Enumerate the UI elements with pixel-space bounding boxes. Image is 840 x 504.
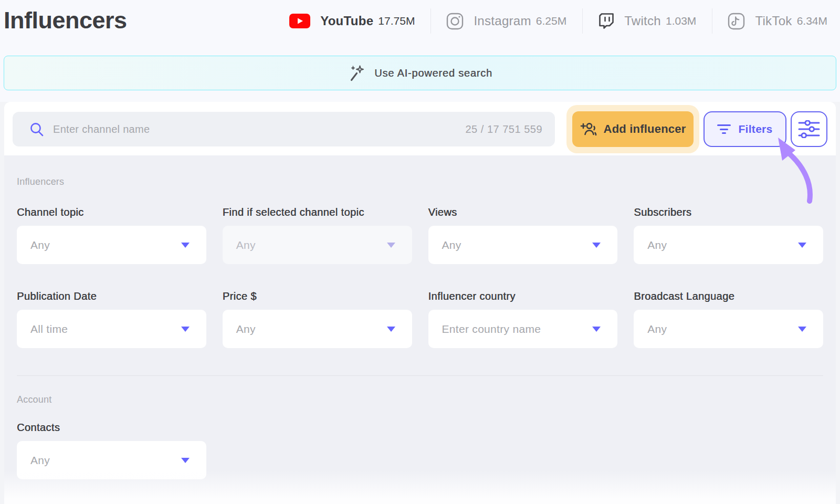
youtube-icon <box>289 14 310 28</box>
top-section: Influencers YouTube17.75MInstagram6.25MT… <box>0 0 840 102</box>
filter-select-contacts[interactable]: Any <box>17 441 206 479</box>
filter-label-broadcast-language: Broadcast Language <box>634 290 823 302</box>
filters-label: Filters <box>738 123 772 135</box>
filter-label-influencer-country: Influencer country <box>428 290 618 302</box>
platform-name: Instagram <box>474 14 531 28</box>
filter-field-subscribers: SubscribersAny <box>634 206 823 264</box>
twitch-icon <box>598 13 614 30</box>
magic-wand-icon <box>348 64 366 82</box>
add-influencer-label: Add influencer <box>604 122 686 136</box>
platform-tab-instagram[interactable]: Instagram6.25M <box>446 13 566 30</box>
filter-label-views: Views <box>428 206 618 218</box>
chevron-down-icon <box>181 458 190 463</box>
filter-value-contacts: Any <box>30 454 50 467</box>
chevron-down-icon <box>387 243 395 248</box>
chevron-down-icon <box>181 327 190 332</box>
header: Influencers YouTube17.75MInstagram6.25MT… <box>0 0 840 42</box>
advanced-filters-button[interactable] <box>791 111 827 147</box>
section-label-account: Account <box>17 394 823 405</box>
chevron-down-icon <box>592 327 601 332</box>
search-icon <box>29 121 45 137</box>
chevron-down-icon <box>181 243 190 248</box>
platform-tab-tiktok[interactable]: TikTok6.34M <box>728 13 827 30</box>
chevron-down-icon <box>387 327 395 332</box>
chevron-down-icon <box>798 243 806 248</box>
platform-count: 17.75M <box>378 15 415 27</box>
filter-value-selected-channel-topic: Any <box>236 239 256 251</box>
filter-value-views: Any <box>442 239 461 251</box>
filter-select-views[interactable]: Any <box>428 226 618 264</box>
filter-select-price[interactable]: Any <box>223 310 412 348</box>
filter-field-publication-date: Publication DateAll time <box>17 290 206 348</box>
filter-field-views: ViewsAny <box>428 206 618 264</box>
add-influencer-button[interactable]: Add influencer <box>572 111 694 147</box>
platform-tabs: YouTube17.75MInstagram6.25MTwitch1.03MTi… <box>289 8 840 34</box>
filter-label-subscribers: Subscribers <box>634 206 823 218</box>
filter-field-channel-topic: Channel topicAny <box>17 206 206 264</box>
filter-value-subscribers: Any <box>647 239 667 251</box>
filter-label-price: Price $ <box>223 290 412 302</box>
platform-count: 1.03M <box>666 15 696 27</box>
filters-panel: Influencers Channel topicAnyFind if sele… <box>4 155 836 504</box>
chevron-down-icon <box>592 243 601 248</box>
filter-label-publication-date: Publication Date <box>17 290 206 302</box>
section-label-influencers: Influencers <box>17 176 823 187</box>
filter-field-broadcast-language: Broadcast LanguageAny <box>634 290 823 348</box>
filter-value-publication-date: All time <box>30 323 68 335</box>
filter-select-publication-date[interactable]: All time <box>17 310 206 348</box>
filter-select-influencer-country[interactable]: Enter country name <box>428 310 618 348</box>
ai-search-banner[interactable]: Use AI-powered search <box>4 56 836 90</box>
section-divider <box>17 375 823 376</box>
filter-select-broadcast-language[interactable]: Any <box>634 310 823 348</box>
tiktok-icon <box>728 13 745 30</box>
filter-select-subscribers[interactable]: Any <box>634 226 823 264</box>
filter-value-channel-topic: Any <box>30 239 50 251</box>
sliders-icon <box>798 120 820 138</box>
instagram-icon <box>446 13 464 30</box>
filters-button[interactable]: Filters <box>704 111 786 147</box>
filter-field-selected-channel-topic: Find if selected channel topicAny <box>223 206 412 264</box>
platform-name: YouTube <box>320 14 373 28</box>
ai-search-label: Use AI-powered search <box>374 67 492 79</box>
filter-select-selected-channel-topic: Any <box>223 226 412 264</box>
chevron-down-icon <box>798 327 806 332</box>
tab-divider <box>582 8 583 34</box>
platform-count: 6.34M <box>797 15 827 27</box>
filter-value-influencer-country: Enter country name <box>442 323 541 335</box>
platform-name: TikTok <box>755 14 792 28</box>
tab-divider <box>712 8 712 34</box>
filter-label-selected-channel-topic: Find if selected channel topic <box>223 206 412 218</box>
platform-tab-youtube[interactable]: YouTube17.75M <box>289 14 415 28</box>
channel-search-input[interactable]: Enter channel name 25 / 17 751 559 <box>13 112 555 146</box>
filter-field-influencer-country: Influencer countryEnter country name <box>428 290 618 348</box>
filter-select-channel-topic[interactable]: Any <box>17 226 206 264</box>
filter-lines-icon <box>717 124 731 134</box>
platform-name: Twitch <box>624 14 661 28</box>
filter-label-channel-topic: Channel topic <box>17 206 206 218</box>
filter-value-price: Any <box>236 323 256 335</box>
page-title: Influencers <box>4 7 127 34</box>
filter-value-broadcast-language: Any <box>647 323 667 335</box>
search-card: Enter channel name 25 / 17 751 559 Add i… <box>4 102 836 155</box>
search-result-count: 25 / 17 751 559 <box>465 123 542 135</box>
filter-field-price: Price $Any <box>223 290 412 348</box>
add-person-icon <box>580 121 597 137</box>
add-influencer-halo: Add influencer <box>566 105 699 153</box>
platform-tab-twitch[interactable]: Twitch1.03M <box>598 13 696 30</box>
filter-field-contacts: ContactsAny <box>17 422 206 479</box>
platform-count: 6.25M <box>536 15 566 27</box>
tab-divider <box>430 8 431 34</box>
search-placeholder: Enter channel name <box>53 123 150 135</box>
filter-label-contacts: Contacts <box>17 422 206 434</box>
